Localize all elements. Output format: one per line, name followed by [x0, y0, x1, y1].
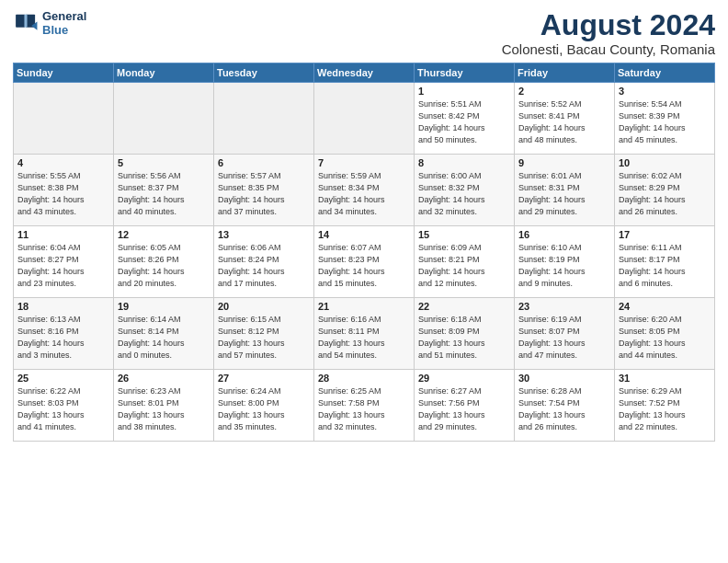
- day-number: 12: [118, 229, 210, 240]
- day-info: Sunrise: 6:16 AM Sunset: 8:11 PM Dayligh…: [318, 314, 410, 362]
- calendar-cell: 20Sunrise: 6:15 AM Sunset: 8:12 PM Dayli…: [214, 298, 314, 370]
- day-number: 30: [518, 373, 610, 384]
- day-number: 29: [418, 373, 510, 384]
- day-number: 25: [17, 373, 109, 384]
- day-number: 21: [318, 301, 410, 312]
- weekday-header-saturday: Saturday: [615, 63, 715, 83]
- weekday-header-tuesday: Tuesday: [214, 63, 314, 83]
- day-number: 19: [118, 301, 210, 312]
- calendar-cell: 19Sunrise: 6:14 AM Sunset: 8:14 PM Dayli…: [114, 298, 214, 370]
- calendar-week-row: 25Sunrise: 6:22 AM Sunset: 8:03 PM Dayli…: [14, 370, 715, 442]
- day-number: 1: [418, 86, 510, 97]
- day-info: Sunrise: 6:27 AM Sunset: 7:56 PM Dayligh…: [418, 385, 510, 433]
- calendar-cell: [214, 83, 314, 155]
- day-number: 31: [619, 373, 711, 384]
- day-info: Sunrise: 6:09 AM Sunset: 8:21 PM Dayligh…: [418, 242, 510, 290]
- day-number: 15: [418, 229, 510, 240]
- calendar-cell: 21Sunrise: 6:16 AM Sunset: 8:11 PM Dayli…: [314, 298, 415, 370]
- day-number: 17: [619, 229, 711, 240]
- calendar-cell: 26Sunrise: 6:23 AM Sunset: 8:01 PM Dayli…: [114, 370, 214, 442]
- day-info: Sunrise: 6:24 AM Sunset: 8:00 PM Dayligh…: [218, 385, 310, 433]
- day-info: Sunrise: 5:54 AM Sunset: 8:39 PM Dayligh…: [619, 98, 711, 146]
- svg-rect-1: [16, 15, 25, 28]
- calendar-header-row: SundayMondayTuesdayWednesdayThursdayFrid…: [14, 63, 715, 83]
- day-info: Sunrise: 6:04 AM Sunset: 8:27 PM Dayligh…: [17, 242, 109, 290]
- weekday-header-monday: Monday: [114, 63, 214, 83]
- subtitle: Colonesti, Bacau County, Romania: [502, 41, 715, 57]
- day-info: Sunrise: 5:51 AM Sunset: 8:42 PM Dayligh…: [418, 98, 510, 146]
- day-number: 22: [418, 301, 510, 312]
- day-info: Sunrise: 6:13 AM Sunset: 8:16 PM Dayligh…: [17, 314, 109, 362]
- weekday-header-sunday: Sunday: [14, 63, 114, 83]
- calendar-cell: 6Sunrise: 5:57 AM Sunset: 8:35 PM Daylig…: [214, 155, 314, 226]
- calendar-cell: 12Sunrise: 6:05 AM Sunset: 8:26 PM Dayli…: [114, 226, 214, 298]
- day-info: Sunrise: 5:57 AM Sunset: 8:35 PM Dayligh…: [218, 170, 310, 218]
- calendar-cell: 29Sunrise: 6:27 AM Sunset: 7:56 PM Dayli…: [415, 370, 515, 442]
- day-info: Sunrise: 6:00 AM Sunset: 8:32 PM Dayligh…: [418, 170, 510, 218]
- main-title: August 2024: [502, 9, 715, 41]
- day-info: Sunrise: 6:11 AM Sunset: 8:17 PM Dayligh…: [619, 242, 711, 290]
- day-info: Sunrise: 6:14 AM Sunset: 8:14 PM Dayligh…: [118, 314, 210, 362]
- calendar-cell: 30Sunrise: 6:28 AM Sunset: 7:54 PM Dayli…: [515, 370, 615, 442]
- weekday-header-wednesday: Wednesday: [314, 63, 415, 83]
- day-number: 24: [619, 301, 711, 312]
- day-number: 6: [218, 157, 310, 168]
- day-info: Sunrise: 6:18 AM Sunset: 8:09 PM Dayligh…: [418, 314, 510, 362]
- day-info: Sunrise: 6:07 AM Sunset: 8:23 PM Dayligh…: [318, 242, 410, 290]
- day-info: Sunrise: 5:56 AM Sunset: 8:37 PM Dayligh…: [118, 170, 210, 218]
- calendar-cell: 2Sunrise: 5:52 AM Sunset: 8:41 PM Daylig…: [515, 83, 615, 155]
- day-info: Sunrise: 6:02 AM Sunset: 8:29 PM Dayligh…: [619, 170, 711, 218]
- day-info: Sunrise: 6:19 AM Sunset: 8:07 PM Dayligh…: [518, 314, 610, 362]
- calendar-cell: 10Sunrise: 6:02 AM Sunset: 8:29 PM Dayli…: [615, 155, 715, 226]
- day-number: 14: [318, 229, 410, 240]
- day-info: Sunrise: 6:15 AM Sunset: 8:12 PM Dayligh…: [218, 314, 310, 362]
- day-number: 11: [17, 229, 109, 240]
- page: General Blue August 2024 Colonesti, Baca…: [0, 0, 728, 563]
- day-number: 27: [218, 373, 310, 384]
- day-number: 23: [518, 301, 610, 312]
- day-number: 4: [17, 157, 109, 168]
- weekday-header-thursday: Thursday: [415, 63, 515, 83]
- day-info: Sunrise: 6:22 AM Sunset: 8:03 PM Dayligh…: [17, 385, 109, 433]
- calendar-cell: 8Sunrise: 6:00 AM Sunset: 8:32 PM Daylig…: [415, 155, 515, 226]
- day-number: 10: [619, 157, 711, 168]
- day-number: 16: [518, 229, 610, 240]
- calendar-cell: 28Sunrise: 6:25 AM Sunset: 7:58 PM Dayli…: [314, 370, 415, 442]
- day-number: 7: [318, 157, 410, 168]
- general-blue-icon: [13, 10, 39, 36]
- day-info: Sunrise: 5:59 AM Sunset: 8:34 PM Dayligh…: [318, 170, 410, 218]
- calendar-cell: 31Sunrise: 6:29 AM Sunset: 7:52 PM Dayli…: [615, 370, 715, 442]
- day-number: 8: [418, 157, 510, 168]
- day-number: 18: [17, 301, 109, 312]
- title-block: August 2024 Colonesti, Bacau County, Rom…: [502, 9, 715, 57]
- day-number: 20: [218, 301, 310, 312]
- day-info: Sunrise: 6:20 AM Sunset: 8:05 PM Dayligh…: [619, 314, 711, 362]
- day-number: 5: [118, 157, 210, 168]
- day-info: Sunrise: 6:29 AM Sunset: 7:52 PM Dayligh…: [619, 385, 711, 433]
- day-number: 28: [318, 373, 410, 384]
- day-number: 2: [518, 86, 610, 97]
- day-info: Sunrise: 5:52 AM Sunset: 8:41 PM Dayligh…: [518, 98, 610, 146]
- calendar-cell: 15Sunrise: 6:09 AM Sunset: 8:21 PM Dayli…: [415, 226, 515, 298]
- calendar-cell: 25Sunrise: 6:22 AM Sunset: 8:03 PM Dayli…: [14, 370, 114, 442]
- day-number: 9: [518, 157, 610, 168]
- calendar-table: SundayMondayTuesdayWednesdayThursdayFrid…: [13, 63, 715, 442]
- logo-text: General Blue: [42, 9, 86, 37]
- calendar-week-row: 18Sunrise: 6:13 AM Sunset: 8:16 PM Dayli…: [14, 298, 715, 370]
- calendar-cell: 4Sunrise: 5:55 AM Sunset: 8:38 PM Daylig…: [14, 155, 114, 226]
- calendar-week-row: 1Sunrise: 5:51 AM Sunset: 8:42 PM Daylig…: [14, 83, 715, 155]
- day-number: 26: [118, 373, 210, 384]
- day-info: Sunrise: 6:06 AM Sunset: 8:24 PM Dayligh…: [218, 242, 310, 290]
- day-info: Sunrise: 6:23 AM Sunset: 8:01 PM Dayligh…: [118, 385, 210, 433]
- calendar-cell: 24Sunrise: 6:20 AM Sunset: 8:05 PM Dayli…: [615, 298, 715, 370]
- logo: General Blue: [13, 9, 86, 37]
- day-info: Sunrise: 5:55 AM Sunset: 8:38 PM Dayligh…: [17, 170, 109, 218]
- calendar-week-row: 11Sunrise: 6:04 AM Sunset: 8:27 PM Dayli…: [14, 226, 715, 298]
- calendar-cell: 18Sunrise: 6:13 AM Sunset: 8:16 PM Dayli…: [14, 298, 114, 370]
- calendar-cell: 16Sunrise: 6:10 AM Sunset: 8:19 PM Dayli…: [515, 226, 615, 298]
- day-info: Sunrise: 6:25 AM Sunset: 7:58 PM Dayligh…: [318, 385, 410, 433]
- day-number: 13: [218, 229, 310, 240]
- day-number: 3: [619, 86, 711, 97]
- calendar-cell: 3Sunrise: 5:54 AM Sunset: 8:39 PM Daylig…: [615, 83, 715, 155]
- day-info: Sunrise: 6:01 AM Sunset: 8:31 PM Dayligh…: [518, 170, 610, 218]
